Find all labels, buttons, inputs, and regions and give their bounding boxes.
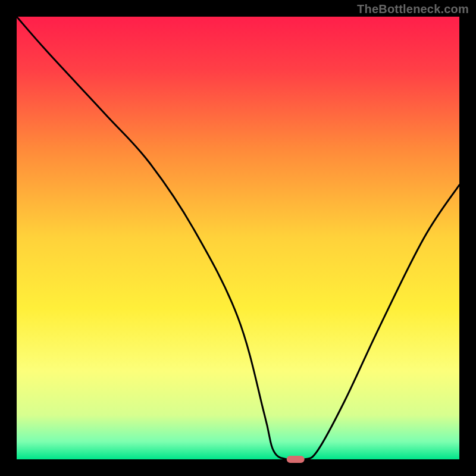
attribution-watermark: TheBottleneck.com: [357, 2, 469, 16]
plot-background: [17, 17, 459, 459]
chart-frame: TheBottleneck.com: [0, 0, 476, 476]
optimal-marker: [287, 456, 305, 463]
bottleneck-chart: [0, 0, 476, 476]
